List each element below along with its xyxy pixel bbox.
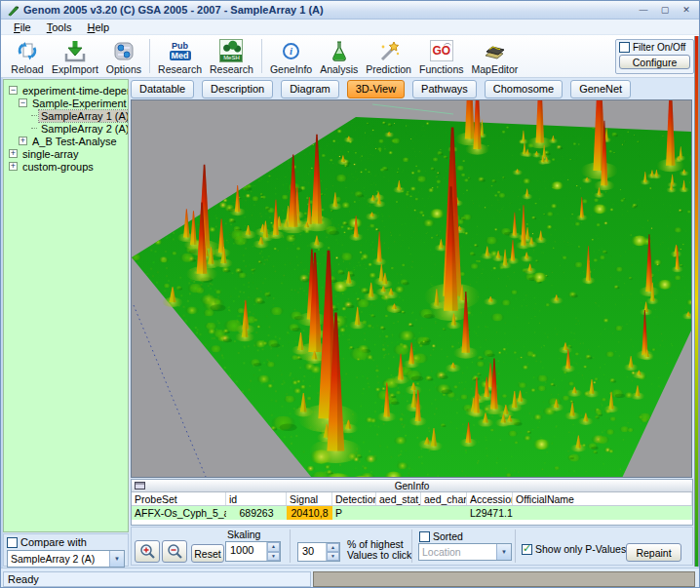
pubmed-icon: Pub Med <box>170 38 191 63</box>
column-header[interactable]: aed_change <box>421 492 467 505</box>
show-only-pvalues-checkbox[interactable] <box>522 544 532 555</box>
menu-file[interactable]: File <box>7 20 38 34</box>
tab-diagram[interactable]: Diagram <box>281 80 339 98</box>
configure-button[interactable]: Configure <box>619 55 690 69</box>
collapse-icon[interactable] <box>9 86 18 95</box>
menu-help[interactable]: Help <box>80 20 116 34</box>
toolbar-label: GeneInfo <box>270 63 312 75</box>
sorted-label: Sorted <box>433 530 463 542</box>
toolbar-button-reload[interactable]: Reload <box>7 36 48 76</box>
gene-info-icon: i <box>283 38 299 63</box>
tree-connector <box>31 128 37 129</box>
tree-item-experiment-time-dependent[interactable]: experiment-time-dependent <box>6 84 126 97</box>
toolbar-button-geneinfo[interactable]: i GeneInfo <box>266 36 316 76</box>
tab-description[interactable]: Description <box>202 80 273 98</box>
view-tabs: Datatable Description Diagram 3D-View Pa… <box>131 80 631 98</box>
toolbar-label: Research <box>158 63 202 75</box>
tab-genenet[interactable]: GeneNet <box>570 80 631 98</box>
reload-icon <box>15 38 40 63</box>
prediction-wand-icon <box>376 38 402 63</box>
toolbar-button-research-mesh[interactable]: MeSH Research <box>206 36 257 76</box>
column-header[interactable]: OfficialName <box>513 492 692 505</box>
tree-item-custom-groups[interactable]: custom-groups <box>6 160 126 173</box>
app-icon <box>7 4 19 17</box>
filter-on-off-checkbox[interactable] <box>619 42 630 53</box>
menu-tools[interactable]: Tools <box>40 20 79 34</box>
tab-chomosome[interactable]: Chomosome <box>485 80 563 98</box>
sorted-checkbox[interactable] <box>419 531 430 542</box>
toolbar-button-research-pubmed[interactable]: Pub Med Research <box>154 36 206 76</box>
export-import-icon <box>62 38 88 63</box>
reset-button[interactable]: Reset <box>191 544 224 563</box>
cell-aed-change <box>421 506 467 520</box>
maximize-button[interactable] <box>658 4 672 17</box>
tree-item-samplearray-2[interactable]: SampleArray 2 (A) <box>6 122 126 135</box>
toolbar-label: MapEditor <box>472 63 519 75</box>
expand-icon[interactable] <box>9 149 18 158</box>
column-header[interactable]: id <box>226 492 287 505</box>
toolbar-label: Options <box>106 63 141 75</box>
toolbar-label: Prediction <box>366 63 411 75</box>
toolbar-button-options[interactable]: Options <box>102 36 145 76</box>
compare-with-checkbox[interactable] <box>7 537 18 548</box>
sort-by-select[interactable]: Location <box>418 543 512 561</box>
cell-aed-stat-p <box>376 506 421 520</box>
options-icon <box>111 38 136 63</box>
dropdown-arrow-icon[interactable] <box>496 544 511 560</box>
tree-item-samplearray-1[interactable]: SampleArray 1 (A) <box>6 109 126 122</box>
zoom-out-button[interactable] <box>162 540 187 563</box>
magnifier-plus-icon <box>138 543 156 561</box>
geneinfo-column-headers: ProbeSet id Signal Detection aed_stat_p.… <box>132 492 692 506</box>
tab-pathways[interactable]: Pathways <box>412 80 477 98</box>
compare-array-select[interactable]: SampleArray 2 (A) <box>7 550 125 568</box>
toolbar-button-expimport[interactable]: ExpImport <box>48 36 102 76</box>
close-button[interactable] <box>680 4 693 17</box>
expand-icon[interactable] <box>19 137 27 145</box>
table-row[interactable]: AFFX-Os_Cyph_5_at 689263 20410,8 P L2947… <box>132 506 692 520</box>
collapse-icon[interactable] <box>19 98 27 107</box>
column-header[interactable]: Detection <box>332 492 376 505</box>
compare-with-label: Compare with <box>20 536 87 548</box>
status-message: Ready <box>3 571 311 587</box>
application-window: Genom 2005 v3.20 (C) GSA 2005 - 2007 - S… <box>0 0 700 588</box>
cell-detection: P <box>332 506 376 520</box>
percent-of-highest-label: % of highest Values to click <box>347 539 411 561</box>
toolbar-button-mapeditor[interactable]: MapEditor <box>468 36 523 76</box>
tree-item-single-array[interactable]: single-array <box>6 147 126 160</box>
toolbar-button-functions[interactable]: GO Functions <box>415 36 468 76</box>
column-header[interactable]: Signal <box>287 492 332 505</box>
toolbar-button-analysis[interactable]: Analysis <box>316 36 362 76</box>
geneinfo-title: GenInfo <box>132 481 692 491</box>
column-header[interactable]: AccessionN... <box>467 492 513 505</box>
tab-datatable[interactable]: Datatable <box>131 80 194 98</box>
column-header[interactable]: aed_stat_p... <box>376 492 421 505</box>
dropdown-arrow-icon[interactable] <box>109 551 124 567</box>
skaling-spinner[interactable]: 1000 ▲▼ <box>225 541 281 562</box>
status-bar: Ready <box>1 568 700 588</box>
spin-down-icon[interactable]: ▼ <box>267 552 280 562</box>
tree-item-sample-experiment[interactable]: Sample-Experiment <box>6 97 126 109</box>
expand-icon[interactable] <box>9 162 18 171</box>
3d-surface-view[interactable] <box>132 100 691 477</box>
zoom-in-button[interactable] <box>135 540 160 563</box>
column-header[interactable]: ProbeSet <box>132 492 226 505</box>
tree-item-ab-test-analyse[interactable]: A_B Test-Analyse <box>6 135 126 147</box>
tree-connector <box>31 115 37 116</box>
tab-3d-view[interactable]: 3D-View <box>347 80 405 98</box>
menu-bar: File Tools Help <box>1 20 700 35</box>
view-controls: Reset Skaling 1000 ▲▼ 30 ▲▼ % of highest… <box>131 527 693 566</box>
separator <box>515 529 516 563</box>
spin-down-icon[interactable]: ▼ <box>327 552 339 561</box>
minimize-button[interactable] <box>637 4 650 17</box>
toolbar-button-prediction[interactable]: Prediction <box>362 36 415 76</box>
filter-on-off-label: Filter On/Off <box>633 42 685 53</box>
toolbar-label: Functions <box>419 63 464 75</box>
percent-spinner[interactable]: 30 ▲▼ <box>297 542 340 562</box>
toolbar-label: Analysis <box>320 63 358 75</box>
spin-up-icon[interactable]: ▲ <box>327 543 339 552</box>
geneinfo-panel: GenInfo ProbeSet id Signal Detection aed… <box>131 479 693 526</box>
mesh-icon: MeSH <box>219 38 243 63</box>
spin-up-icon[interactable]: ▲ <box>267 542 280 552</box>
experiment-tree: experiment-time-dependent Sample-Experim… <box>3 79 129 532</box>
repaint-button[interactable]: Repaint <box>626 543 681 562</box>
